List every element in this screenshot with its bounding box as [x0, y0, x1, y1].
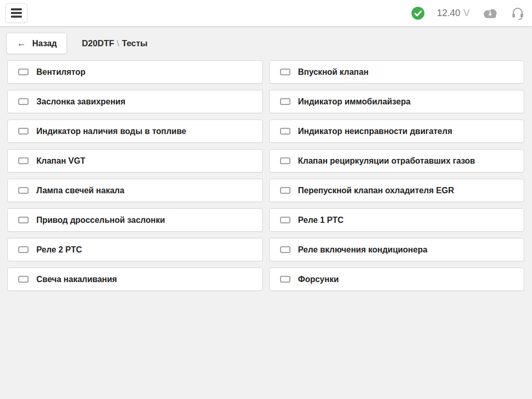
test-label: Впускной клапан — [298, 68, 369, 77]
breadcrumb-current: Тесты — [122, 38, 148, 48]
test-label: Лампа свечей накала — [36, 186, 124, 195]
component-icon — [280, 276, 290, 283]
component-icon — [18, 69, 29, 75]
test-button[interactable]: Свеча накаливания — [7, 268, 263, 291]
cloud-download-icon[interactable] — [482, 7, 498, 19]
component-icon — [18, 246, 29, 253]
breadcrumb-separator: \ — [114, 38, 122, 48]
component-icon — [280, 69, 290, 75]
test-label: Форсунки — [298, 275, 339, 284]
breadcrumb: D20DTF\Тесты — [82, 38, 148, 48]
back-arrow-icon: ← — [17, 38, 26, 49]
test-button[interactable]: Реле 1 PTC — [269, 208, 525, 232]
test-label: Вентилятор — [36, 68, 85, 77]
component-icon — [280, 217, 290, 223]
test-label: Реле 1 PTC — [298, 216, 344, 225]
test-label: Индикатор неисправности двигателя — [298, 127, 453, 136]
test-label: Индикатор иммобилайзера — [298, 97, 411, 107]
component-icon — [280, 157, 290, 164]
test-button[interactable]: Форсунки — [269, 268, 525, 291]
test-button[interactable]: Реле включения кондиционера — [269, 238, 525, 261]
headset-icon[interactable] — [511, 6, 525, 20]
test-label: Перепускной клапан охладителя EGR — [298, 186, 454, 195]
tests-grid: Вентилятор Впускной клапан Заслонка зави… — [7, 60, 524, 291]
test-label: Индикатор наличия воды в топливе — [36, 127, 186, 136]
back-button-label: Назад — [32, 39, 57, 48]
test-button[interactable]: Реле 2 PTC — [7, 238, 263, 261]
test-label: Привод дроссельной заслонки — [36, 216, 165, 225]
test-label: Клапан VGT — [36, 156, 85, 166]
test-label: Реле включения кондиционера — [298, 245, 428, 255]
component-icon — [280, 128, 290, 135]
back-button[interactable]: ← Назад — [6, 33, 67, 54]
test-button[interactable]: Лампа свечей накала — [7, 179, 263, 202]
check-circle-icon — [411, 7, 424, 20]
test-label: Реле 2 PTC — [36, 245, 82, 255]
test-button[interactable]: Клапан VGT — [7, 149, 263, 172]
test-button[interactable]: Индикатор наличия воды в топливе — [7, 119, 263, 143]
test-button[interactable]: Впускной клапан — [269, 60, 525, 84]
topbar: 12.40 V — [0, 0, 532, 26]
component-icon — [280, 246, 290, 253]
test-label: Свеча накаливания — [36, 275, 117, 284]
hamburger-icon — [11, 8, 22, 10]
component-icon — [18, 276, 29, 283]
component-icon — [18, 187, 29, 194]
test-button[interactable]: Привод дроссельной заслонки — [7, 208, 263, 232]
battery-voltage: 12.40 V — [437, 8, 470, 19]
component-icon — [280, 187, 290, 194]
breadcrumb-parent: D20DTF — [82, 38, 114, 48]
topbar-status-cluster: 12.40 V — [411, 6, 525, 20]
test-button[interactable]: Индикатор иммобилайзера — [269, 90, 525, 113]
component-icon — [280, 98, 290, 105]
component-icon — [18, 157, 29, 164]
test-label: Клапан рециркуляции отработавших газов — [298, 156, 475, 166]
test-button[interactable]: Вентилятор — [7, 60, 263, 84]
voltage-unit: V — [463, 8, 470, 19]
test-label: Заслонка завихрения — [36, 97, 125, 107]
test-button[interactable]: Клапан рециркуляции отработавших газов — [269, 149, 525, 172]
page-header: ← Назад D20DTF\Тесты — [0, 26, 532, 54]
test-button[interactable]: Перепускной клапан охладителя EGR — [269, 179, 525, 202]
test-button[interactable]: Заслонка завихрения — [7, 90, 263, 113]
component-icon — [18, 217, 29, 223]
test-button[interactable]: Индикатор неисправности двигателя — [269, 119, 525, 143]
voltage-value: 12.40 — [437, 8, 460, 19]
component-icon — [18, 128, 29, 135]
menu-button[interactable] — [5, 3, 28, 23]
component-icon — [18, 98, 29, 105]
